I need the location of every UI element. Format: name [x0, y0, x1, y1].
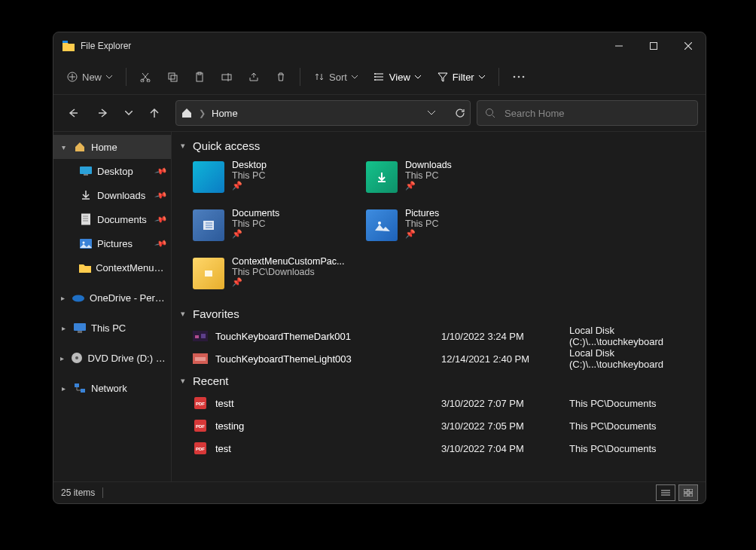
svg-text:PDF: PDF — [196, 424, 205, 429]
chevron-right-icon: ▸ — [58, 324, 69, 332]
quick-access-item-desktop[interactable]: Desktop This PC 📌 — [193, 160, 366, 200]
sidebar-item-network[interactable]: ▸ Network — [53, 376, 171, 400]
chevron-right-icon: ▸ — [58, 384, 69, 393]
details-view-icon — [661, 489, 670, 497]
delete-button[interactable] — [268, 64, 294, 90]
address-dropdown-button[interactable] — [428, 111, 435, 115]
home-icon — [181, 108, 193, 118]
section-header-quick-access[interactable]: ▾ Quick access — [175, 135, 698, 157]
search-input[interactable] — [503, 107, 690, 120]
chevron-down-icon — [415, 75, 421, 79]
navigation-bar: ❯ Home — [53, 95, 706, 131]
sidebar-label: Downloads — [97, 190, 145, 201]
sidebar-item-pictures[interactable]: Pictures 📌 — [53, 231, 171, 255]
file-date: 3/10/2022 7:07 PM — [441, 398, 562, 409]
sidebar-label: Desktop — [97, 166, 133, 177]
pdf-icon: PDF — [193, 397, 208, 409]
chevron-down-icon: ▾ — [58, 143, 69, 151]
computer-icon — [73, 323, 87, 333]
svg-rect-37 — [75, 383, 79, 387]
recent-item[interactable]: PDF testing 3/10/2022 7:05 PM This PC\Do… — [175, 414, 698, 437]
quick-access-item-documents[interactable]: Documents This PC 📌 — [193, 208, 366, 249]
chevron-down-icon: ▾ — [178, 309, 188, 319]
svg-rect-33 — [74, 323, 86, 331]
svg-rect-48 — [201, 334, 206, 338]
sidebar-item-home[interactable]: ▾ Home — [53, 135, 171, 159]
svg-point-20 — [522, 76, 524, 78]
view-button[interactable]: View — [367, 64, 428, 90]
new-button[interactable]: New — [59, 64, 120, 90]
copy-button[interactable] — [160, 64, 185, 90]
sidebar-item-contextmenu[interactable]: ContextMenuCust — [53, 255, 171, 280]
sidebar-label: Network — [91, 383, 127, 394]
more-icon — [513, 75, 525, 78]
back-button[interactable] — [61, 101, 85, 125]
recent-locations-button[interactable] — [121, 101, 136, 125]
chevron-down-icon — [106, 75, 112, 79]
svg-rect-2 — [651, 43, 657, 50]
sidebar-item-onedrive[interactable]: ▸ OneDrive - Personal — [53, 286, 171, 310]
svg-rect-10 — [222, 75, 231, 80]
refresh-button[interactable] — [455, 108, 465, 118]
close-button[interactable] — [671, 32, 706, 60]
svg-rect-50 — [195, 357, 206, 361]
pin-icon: 📌 — [154, 164, 169, 178]
thumbnails-view-button[interactable] — [678, 484, 698, 501]
sidebar-item-dvd[interactable]: ▸ DVD Drive (D:) CCCO — [53, 346, 171, 370]
desktop-icon — [79, 167, 93, 176]
quick-access-item-contextmenu[interactable]: ContextMenuCustomPac... This PC\Download… — [193, 256, 366, 297]
paste-button[interactable] — [187, 64, 212, 90]
up-button[interactable] — [142, 101, 166, 125]
quick-access-item-pictures[interactable]: Pictures This PC 📌 — [366, 208, 539, 249]
svg-rect-23 — [80, 167, 92, 174]
address-bar[interactable]: ❯ Home — [175, 100, 471, 126]
sidebar-item-downloads[interactable]: Downloads 📌 — [53, 183, 171, 207]
svg-point-31 — [83, 241, 85, 243]
window-title: File Explorer — [81, 41, 131, 51]
search-bar[interactable] — [477, 100, 698, 126]
section-header-recent[interactable]: ▾ Recent — [175, 370, 698, 392]
quick-access-item-downloads[interactable]: Downloads This PC 📌 — [366, 160, 539, 200]
svg-rect-63 — [689, 493, 693, 497]
file-name: TouchKeyboardThemeLight003 — [215, 353, 434, 365]
breadcrumb-home[interactable]: Home — [212, 108, 238, 119]
details-view-button[interactable] — [656, 484, 675, 501]
sidebar-item-desktop[interactable]: Desktop 📌 — [53, 159, 171, 183]
svg-point-16 — [374, 76, 376, 78]
minimize-button[interactable] — [602, 32, 636, 60]
svg-rect-38 — [81, 389, 85, 393]
svg-text:PDF: PDF — [196, 402, 205, 406]
cut-button[interactable] — [133, 64, 158, 90]
pin-icon: 📌 — [232, 181, 267, 191]
file-date: 1/10/2022 3:24 PM — [441, 331, 562, 342]
downloads-icon — [79, 190, 93, 200]
file-date: 3/10/2022 7:05 PM — [441, 420, 562, 432]
filter-button[interactable]: Filter — [430, 64, 492, 90]
recent-item[interactable]: PDF test 3/10/2022 7:04 PM This PC\Docum… — [175, 437, 698, 460]
rename-button[interactable] — [214, 64, 239, 90]
file-explorer-icon — [62, 41, 75, 51]
item-location: This PC — [232, 170, 267, 181]
file-name: testt — [215, 398, 434, 409]
pin-icon: 📌 — [154, 188, 169, 202]
share-button[interactable] — [241, 64, 267, 90]
sort-button[interactable]: Sort — [306, 64, 365, 90]
recent-item[interactable]: PDF testt 3/10/2022 7:07 PM This PC\Docu… — [175, 392, 698, 414]
favorite-item[interactable]: TouchKeyboardThemeDark001 1/10/2022 3:24… — [175, 325, 698, 347]
more-button[interactable] — [505, 64, 532, 90]
forward-button[interactable] — [91, 101, 115, 125]
svg-point-19 — [517, 76, 520, 78]
item-name: Desktop — [232, 160, 267, 170]
section-header-favorites[interactable]: ▾ Favorites — [175, 303, 698, 325]
arrow-right-icon — [98, 108, 108, 118]
svg-rect-45 — [205, 270, 212, 277]
pin-icon: 📌 — [154, 237, 169, 250]
sidebar-item-thispc[interactable]: ▸ This PC — [53, 316, 171, 340]
content-pane: ▾ Quick access Desktop This PC 📌 — [172, 132, 706, 481]
sidebar-item-documents[interactable]: Documents 📌 — [53, 207, 171, 231]
maximize-button[interactable] — [636, 32, 671, 60]
filter-label: Filter — [453, 72, 474, 83]
sort-label: Sort — [329, 72, 347, 83]
favorite-item[interactable]: TouchKeyboardThemeLight003 12/14/2021 2:… — [175, 347, 698, 370]
item-name: Downloads — [405, 160, 452, 170]
